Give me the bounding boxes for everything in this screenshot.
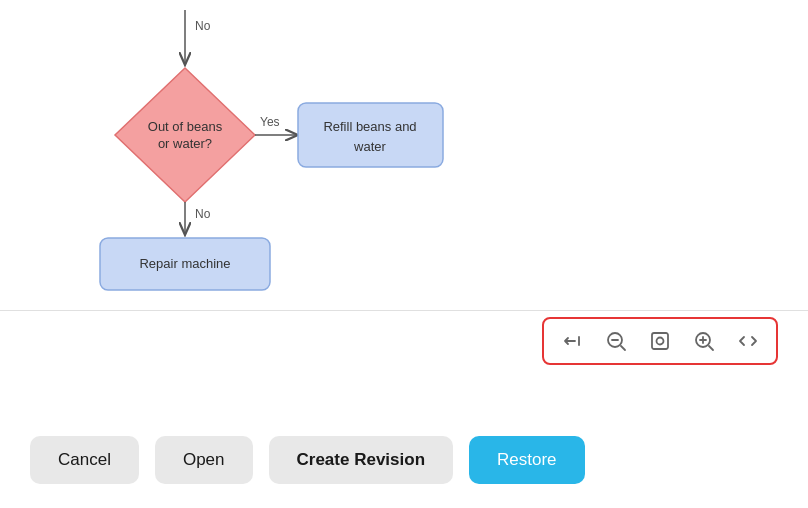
collapse-icon[interactable] bbox=[558, 327, 586, 355]
toolbar-area bbox=[0, 311, 808, 371]
zoom-in-icon[interactable] bbox=[690, 327, 718, 355]
repair-label: Repair machine bbox=[139, 256, 230, 271]
fit-icon[interactable] bbox=[646, 327, 674, 355]
button-area: Cancel Open Create Revision Restore bbox=[0, 420, 808, 500]
code-icon[interactable] bbox=[734, 327, 762, 355]
toolbar-highlight bbox=[542, 317, 778, 365]
label-yes: Yes bbox=[260, 115, 280, 129]
refill-box bbox=[298, 103, 443, 167]
open-button[interactable]: Open bbox=[155, 436, 253, 484]
svg-rect-4 bbox=[652, 333, 668, 349]
svg-point-5 bbox=[657, 338, 664, 345]
svg-line-3 bbox=[621, 346, 625, 350]
diamond-label-line2: or water? bbox=[158, 136, 212, 151]
create-revision-button[interactable]: Create Revision bbox=[269, 436, 454, 484]
diamond-label-line1: Out of beans bbox=[148, 119, 223, 134]
refill-label-line1: Refill beans and bbox=[323, 119, 416, 134]
refill-label-line2: water bbox=[353, 139, 386, 154]
svg-line-9 bbox=[709, 346, 713, 350]
cancel-button[interactable]: Cancel bbox=[30, 436, 139, 484]
diamond-shape bbox=[115, 68, 255, 202]
label-no-top: No bbox=[195, 19, 211, 33]
label-no-bottom: No bbox=[195, 207, 211, 221]
zoom-out-icon[interactable] bbox=[602, 327, 630, 355]
restore-button[interactable]: Restore bbox=[469, 436, 585, 484]
diagram-area: No Out of beans or water? Yes Refill bea… bbox=[0, 0, 808, 310]
flowchart-svg: No Out of beans or water? Yes Refill bea… bbox=[0, 0, 808, 310]
